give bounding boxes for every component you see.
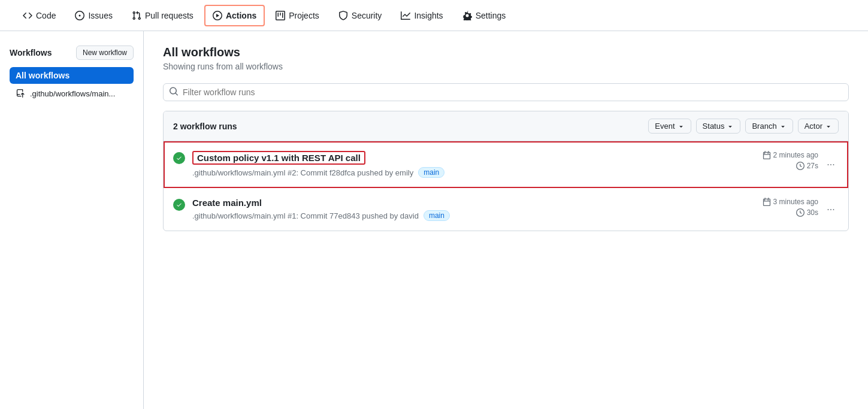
run-time-ago-2: 3 minutes ago xyxy=(763,198,818,206)
run-timing-1: 2 minutes ago 27s xyxy=(740,151,818,170)
nav-insights[interactable]: Insights xyxy=(392,5,451,26)
nav-code-label: Code xyxy=(36,11,56,20)
code-icon xyxy=(23,11,32,20)
sidebar: Workflows New workflow All workflows .gi… xyxy=(0,31,144,409)
nav-security-label: Security xyxy=(352,11,382,20)
chevron-down-icon xyxy=(825,123,832,130)
run-status-success-icon-2 xyxy=(173,199,185,211)
nav-insights-label: Insights xyxy=(414,11,443,20)
run-info-2: Create main.yml .github/workflows/main.y… xyxy=(192,198,740,221)
actions-icon xyxy=(213,11,222,20)
clock-icon xyxy=(796,162,805,170)
nav-settings-label: Settings xyxy=(476,11,506,20)
projects-icon xyxy=(276,11,285,20)
calendar-icon xyxy=(763,151,771,159)
run-timing-2: 3 minutes ago 30s xyxy=(740,198,818,217)
chevron-down-icon xyxy=(727,123,734,130)
nav-pr-label: Pull requests xyxy=(145,11,193,20)
runs-filters: Event Status Branch Actor xyxy=(648,119,839,134)
security-icon xyxy=(338,11,348,20)
run-info-1: Custom policy v1.1 with REST API call .g… xyxy=(192,151,740,178)
workflow-item-label: .github/workflows/main... xyxy=(30,89,115,98)
sidebar-item-main-workflow[interactable]: .github/workflows/main... xyxy=(10,85,134,102)
sidebar-header: Workflows New workflow xyxy=(10,46,134,60)
status-filter-button[interactable]: Status xyxy=(696,119,741,134)
nav-security[interactable]: Security xyxy=(330,5,391,26)
nav-projects-label: Projects xyxy=(289,11,319,20)
search-icon xyxy=(169,87,179,98)
run-more-button-2[interactable]: ··· xyxy=(823,202,839,217)
run-duration-text-2: 30s xyxy=(807,208,818,217)
run-time-ago-text-1: 2 minutes ago xyxy=(773,151,818,159)
filter-container xyxy=(163,83,849,101)
run-meta-path-1: .github/workflows/main.yml #2: Commit f2… xyxy=(192,168,413,177)
clock-icon xyxy=(796,208,805,217)
pr-icon xyxy=(132,11,141,20)
page-subtitle: Showing runs from all workflows xyxy=(163,62,849,71)
run-time-ago-text-2: 3 minutes ago xyxy=(773,198,818,206)
run-duration-1: 27s xyxy=(796,162,818,170)
sidebar-title: Workflows xyxy=(10,48,52,57)
event-filter-button[interactable]: Event xyxy=(648,119,691,134)
all-workflows-label: All workflows xyxy=(16,71,69,80)
runs-count: 2 workflow runs xyxy=(173,122,237,131)
run-meta-path-2: .github/workflows/main.yml #1: Commit 77… xyxy=(192,211,419,220)
nav-actions-label: Actions xyxy=(226,11,256,20)
new-workflow-button[interactable]: New workflow xyxy=(76,46,134,60)
run-title-1[interactable]: Custom policy v1.1 with REST API call xyxy=(192,151,365,165)
run-title-2[interactable]: Create main.yml xyxy=(192,198,740,208)
run-status-success-icon-1 xyxy=(173,152,185,164)
nav-pull-requests[interactable]: Pull requests xyxy=(123,5,202,26)
runs-table-header: 2 workflow runs Event Status Branch xyxy=(164,111,848,141)
actor-filter-label: Actor xyxy=(805,122,822,131)
page-title: All workflows xyxy=(163,46,849,59)
status-filter-label: Status xyxy=(703,122,725,131)
run-more-button-1[interactable]: ··· xyxy=(823,157,839,172)
nav-code[interactable]: Code xyxy=(14,5,64,26)
filter-workflow-runs-input[interactable] xyxy=(163,83,849,101)
workflow-icon xyxy=(16,89,25,98)
issues-icon xyxy=(75,11,84,20)
settings-icon xyxy=(462,11,472,20)
actor-filter-button[interactable]: Actor xyxy=(798,119,839,134)
nav-projects[interactable]: Projects xyxy=(267,5,328,26)
insights-icon xyxy=(401,11,410,20)
main-layout: Workflows New workflow All workflows .gi… xyxy=(0,31,868,409)
runs-table: 2 workflow runs Event Status Branch xyxy=(163,111,849,231)
calendar-icon xyxy=(763,198,771,206)
top-nav: Code Issues Pull requests Actions xyxy=(0,0,868,31)
run-row-1[interactable]: Custom policy v1.1 with REST API call .g… xyxy=(164,141,848,188)
content-area: All workflows Showing runs from all work… xyxy=(144,31,868,409)
event-filter-label: Event xyxy=(655,122,675,131)
nav-issues-label: Issues xyxy=(88,11,112,20)
run-branch-badge-2[interactable]: main xyxy=(424,210,450,221)
chevron-down-icon xyxy=(678,123,685,130)
sidebar-item-all-workflows[interactable]: All workflows xyxy=(10,67,134,84)
branch-filter-button[interactable]: Branch xyxy=(745,119,793,134)
nav-issues[interactable]: Issues xyxy=(66,5,120,26)
run-duration-text-1: 27s xyxy=(807,162,818,170)
nav-settings[interactable]: Settings xyxy=(454,5,515,26)
run-row-2[interactable]: Create main.yml .github/workflows/main.y… xyxy=(164,188,848,231)
nav-actions[interactable]: Actions xyxy=(204,5,265,26)
run-meta-2: .github/workflows/main.yml #1: Commit 77… xyxy=(192,210,740,221)
chevron-down-icon xyxy=(779,123,787,130)
run-duration-2: 30s xyxy=(796,208,818,217)
run-time-ago-1: 2 minutes ago xyxy=(763,151,818,159)
run-branch-badge-1[interactable]: main xyxy=(418,167,444,178)
run-meta-1: .github/workflows/main.yml #2: Commit f2… xyxy=(192,167,740,178)
branch-filter-label: Branch xyxy=(752,122,776,131)
